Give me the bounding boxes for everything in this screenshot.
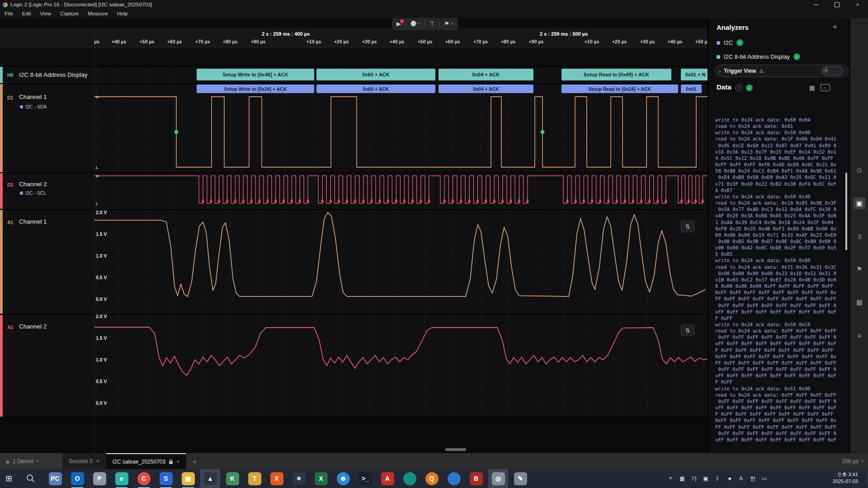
red-book-app-icon: B — [470, 472, 483, 485]
chevron-down-icon: ˅ — [418, 21, 420, 26]
analyzer-item-i2c[interactable]: I2C ✓ — [717, 39, 743, 46]
remote-desktop-icon: PC — [49, 472, 62, 485]
chevron-right-icon: › — [719, 68, 721, 75]
tab-session-0[interactable]: Session 0 × — [62, 453, 106, 469]
red-app-icon: A — [381, 472, 394, 485]
analog-scale-button-a2[interactable]: ⇅ — [681, 324, 694, 336]
help-icon[interactable]: ? — [736, 84, 742, 91]
photos-app-icon: ▲ — [204, 472, 217, 485]
app-logo-icon — [3, 2, 8, 7]
capture-grid-icon[interactable]: ▦ — [854, 296, 865, 308]
taskbar-app-snowflake-app[interactable]: ✶ — [289, 469, 309, 488]
device-icon: ◈ — [5, 458, 10, 465]
taskbar-app-chrome-browser[interactable]: C — [134, 469, 154, 488]
keyboard-icon[interactable]: ▭ — [760, 469, 769, 488]
taskbar-app-save-tool[interactable]: S — [156, 469, 176, 488]
decode-bar-i2c[interactable]: 0x01 — [681, 84, 702, 93]
annotations-flag-icon[interactable]: ⚑ — [854, 263, 865, 275]
data-terminal-output[interactable]: write to 0x24 ack data: 0x60 0x04 read t… — [715, 117, 843, 449]
analog-scale-button-a1[interactable]: ⇅ — [681, 221, 694, 232]
play-button[interactable]: ▶ — [396, 20, 401, 27]
taskbar-app-phone-note-app[interactable]: ✎ — [510, 469, 530, 488]
trigger-view-label: Trigger View — [724, 68, 756, 74]
decode-bar-address-display[interactable]: Setup Write to [0x48] + ACK — [197, 69, 314, 80]
ime-pad-icon[interactable]: 가 — [689, 469, 699, 488]
new-tab-button[interactable]: + — [186, 453, 203, 469]
decode-bar-address-display[interactable]: 0x01 + N — [681, 69, 708, 80]
snowflake-app-icon: ✶ — [292, 472, 306, 485]
taskbar-app-edge-browser[interactable]: e — [112, 469, 132, 488]
taskbar-app-outlook[interactable]: O — [67, 469, 87, 488]
decode-bar-address-display[interactable]: Setup Read to [0x49] + ACK — [561, 69, 671, 80]
list-icon[interactable]: ≡ — [854, 329, 865, 341]
device-settings-button[interactable]: ˅ — [410, 21, 420, 27]
waveform-area[interactable]: µs+40 µs+50 µs+60 µs+70 µs+80 µs+90 µs+1… — [0, 18, 708, 453]
taskbar-app-kayak-app[interactable]: K — [222, 469, 242, 488]
maximize-button[interactable] — [826, 0, 847, 9]
menu-help[interactable]: Help — [113, 11, 132, 16]
trigger-view-row[interactable]: › Trigger View ⚠ × — [715, 65, 849, 77]
terminal-icon: >_ — [359, 472, 372, 485]
decode-bar-address-display[interactable]: 0x60 + ACK — [316, 69, 435, 80]
taskbar-app-logic-camera-app[interactable]: ◎ — [488, 469, 508, 488]
table-view-icon[interactable]: ▦ — [809, 84, 815, 91]
analyzers-panel-icon[interactable]: ▣ — [854, 197, 865, 209]
menu-view[interactable]: View — [35, 11, 56, 16]
outlook-icon: O — [71, 472, 84, 485]
decode-bar-i2c[interactable]: 0x60 + ACK — [316, 84, 435, 93]
zoom-level-control[interactable]: 208 µs ˅ — [842, 453, 863, 469]
analyzers-title: Analyzers — [717, 23, 749, 31]
measurements-icon[interactable]: 3 — [854, 230, 865, 242]
taskbar-app-print-utility[interactable]: P — [90, 469, 109, 488]
security-tray-icon[interactable]: ▣ — [701, 469, 711, 488]
flag-menu-button[interactable]: ⚑ ˅ — [444, 20, 453, 27]
taskbar-app-cad-laptop-app[interactable]: T — [245, 469, 264, 488]
taskbar-app-terminal[interactable]: >_ — [355, 469, 375, 488]
ime-a-icon[interactable]: A — [736, 469, 746, 488]
tab-close-icon[interactable]: × — [96, 458, 99, 465]
ime-han-icon[interactable]: 한 — [748, 469, 758, 488]
menu-measure[interactable]: Measure — [83, 11, 113, 16]
cad-laptop-app-icon: T — [248, 472, 261, 485]
menu-capture[interactable]: Capture — [56, 11, 83, 16]
terminal-view-icon[interactable]: >_ — [821, 84, 830, 91]
volume-icon[interactable]: ◄ — [724, 469, 734, 488]
trigger-view-toggle[interactable]: × — [822, 66, 843, 75]
device-selector[interactable]: ◈ 1 Device ˅ — [0, 453, 62, 469]
taskbar-app-file-explorer[interactable]: ▣ — [178, 469, 198, 488]
tray-expand-icon[interactable]: ˄ — [665, 469, 675, 488]
tray-app-icon[interactable]: ▩ — [677, 469, 687, 488]
decode-bar-i2c[interactable]: 0x04 + ACK — [439, 84, 533, 93]
decode-bar-address-display[interactable]: 0x04 + ACK — [439, 69, 533, 80]
menu-edit[interactable]: Edit — [18, 11, 36, 16]
minimize-button[interactable] — [806, 0, 826, 9]
taskbar-app-orange-search-app[interactable]: Q — [422, 469, 442, 488]
taskbar-app-photos-app[interactable]: ▲ — [200, 469, 220, 488]
data-scrollbar[interactable] — [845, 173, 847, 250]
lock-icon — [169, 461, 173, 464]
toolbar-divider — [406, 20, 406, 27]
taskbar-app-remote-desktop[interactable]: PC — [45, 469, 65, 488]
taskbar-app-red-app[interactable]: A — [377, 469, 397, 488]
chrome-browser-icon: C — [137, 472, 151, 485]
bluetooth-icon[interactable]: ᛒ — [712, 469, 722, 488]
taskbar-app-red-book-app[interactable]: B — [466, 469, 486, 488]
close-button[interactable]: × — [847, 0, 868, 9]
taskbar-app-xshell[interactable]: X — [267, 469, 287, 488]
tab-close-icon[interactable]: × — [176, 459, 179, 465]
taskbar-app-excel[interactable]: X — [311, 469, 331, 488]
add-analyzer-button[interactable]: + — [832, 23, 837, 32]
tab-i2c-saleae[interactable]: I2C saleae_20250703 × — [106, 453, 186, 469]
device-label: 1 Device — [13, 458, 34, 465]
timing-marker-button[interactable]: ⊤ — [429, 20, 434, 27]
analyzer-item-address-display[interactable]: I2C 8-bit Address Display ✓ — [717, 53, 800, 60]
file-explorer-icon: ▣ — [182, 472, 195, 485]
taskbar-app-blue-sphere-app[interactable] — [444, 469, 464, 488]
eye-icon[interactable]: ⊙ — [854, 164, 865, 176]
decode-bar-i2c[interactable]: Setup Read to [0x24] + ACK — [561, 84, 678, 93]
decode-bar-i2c[interactable]: Setup Write to [0x24] + ACK — [197, 84, 314, 93]
taskbar-clock[interactable]: 오후 3:41 2025-07-03 — [833, 471, 858, 485]
menu-file[interactable]: File — [0, 11, 18, 16]
taskbar-app-compass-app[interactable]: ⊕ — [333, 469, 353, 488]
taskbar-app-teal-sphere-app[interactable] — [400, 469, 420, 488]
